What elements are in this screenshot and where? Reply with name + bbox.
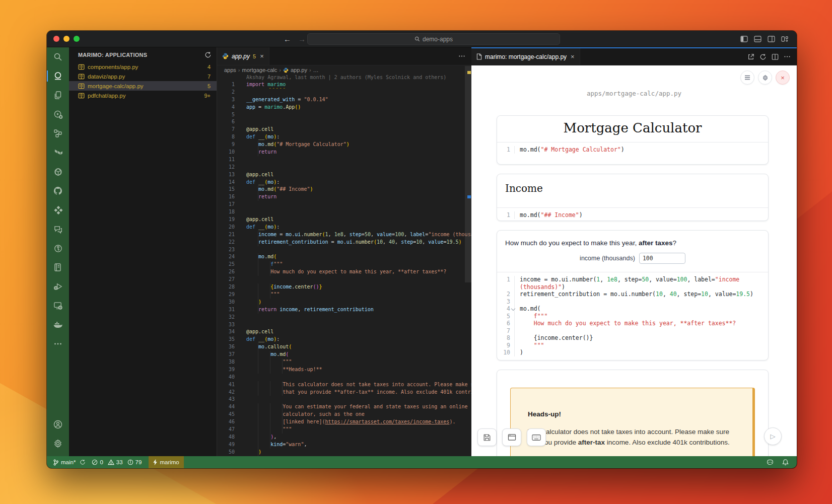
code-line[interactable]: 12 [217, 164, 471, 171]
code-line[interactable]: 17 [217, 201, 471, 208]
code-line[interactable]: 22retirement_contribution = mo.ui.number… [217, 239, 471, 246]
code-line[interactable]: 50) [217, 449, 471, 456]
code-line[interactable]: 1import marimo [217, 81, 471, 89]
github-icon[interactable] [47, 181, 69, 200]
code-line[interactable]: 37mo.md( [217, 351, 471, 358]
tab-close-icon[interactable]: × [260, 52, 264, 60]
breadcrumb-item[interactable]: … [313, 67, 319, 73]
sidebar-file-item[interactable]: mortgage-calc/app.py5 [69, 81, 217, 91]
code-line[interactable]: 21income = mo.ui.number(1, 1e8, step=50,… [217, 231, 471, 239]
refresh-icon[interactable] [204, 51, 212, 58]
marimo-view-icon[interactable] [47, 66, 69, 86]
copilot-status-item[interactable] [763, 459, 777, 466]
code-line[interactable]: 27 [217, 276, 471, 283]
docker-icon[interactable] [47, 315, 69, 334]
copy-pages-icon[interactable] [47, 86, 69, 105]
cell-code[interactable]: 1income = mo.ui.number(1, 1e8, step=50, … [497, 272, 768, 360]
code-line[interactable]: 8def __(mo): [217, 133, 471, 141]
code-line[interactable]: 23 [217, 246, 471, 254]
code-line[interactable]: 36mo.callout( [217, 343, 471, 351]
code-line[interactable]: 6 [217, 118, 471, 126]
code-line[interactable]: 11 [217, 156, 471, 164]
problems-item[interactable]: 0 33 79 [89, 456, 145, 468]
toggle-secondary-sidebar-icon[interactable] [768, 36, 775, 42]
breadcrumb[interactable]: apps›mortgage-calc›app.py›… [217, 65, 471, 75]
sphere-icon[interactable] [47, 162, 69, 181]
pipelines-icon[interactable] [47, 200, 69, 220]
code-line[interactable]: 41This calculator does not take taxes in… [217, 381, 471, 389]
code-line[interactable]: 48), [217, 434, 471, 441]
breadcrumb-item[interactable]: mortgage-calc [242, 67, 278, 73]
code-line[interactable]: 3__generated_with = "0.0.14" [217, 96, 471, 104]
code-line[interactable]: 49kind="warn", [217, 441, 471, 449]
code-line[interactable]: 4app = marimo.App() [217, 104, 471, 111]
history-back-icon[interactable]: ← [284, 35, 291, 43]
code-line[interactable]: 19@app.cell [217, 216, 471, 224]
tab-marimo-preview[interactable]: marimo: mortgage-calc/app.py × [471, 48, 580, 65]
code-line[interactable]: 31return income, retirement_contribution [217, 306, 471, 314]
close-window-button[interactable] [53, 36, 59, 42]
history-forward-icon[interactable]: → [298, 35, 306, 43]
run-cell-button[interactable]: ▷ [764, 427, 782, 445]
open-external-icon[interactable] [747, 53, 754, 60]
code-line[interactable]: 26How much do you expect to make this ye… [217, 268, 471, 276]
zoom-window-button[interactable] [74, 36, 80, 42]
cell-code[interactable]: 1mo.md("## Income") [497, 207, 768, 221]
open-window-button[interactable] [502, 428, 521, 446]
code-line[interactable]: 24mo.md( [217, 253, 471, 261]
income-number-input[interactable] [639, 253, 685, 264]
webview-settings-button[interactable] [758, 70, 772, 85]
code-line[interactable]: 13@app.cell [217, 171, 471, 179]
notebook-icon[interactable] [47, 258, 69, 277]
breadcrumb-item[interactable]: apps [224, 67, 236, 73]
more-views-icon[interactable] [47, 334, 69, 353]
code-line[interactable]: 25f""" [217, 261, 471, 268]
code-line[interactable]: 28{income.center()} [217, 283, 471, 291]
code-line[interactable]: 32 [217, 314, 471, 321]
code-line[interactable]: 33 [217, 321, 471, 329]
toggle-panel-icon[interactable] [754, 36, 761, 42]
code-line[interactable]: 42that you provide **after-tax** income.… [217, 389, 471, 396]
code-line[interactable]: 46[linked here](https://smartasset.com/t… [217, 418, 471, 426]
code-line[interactable]: 5 [217, 111, 471, 119]
minimize-window-button[interactable] [63, 36, 70, 42]
git-branch-item[interactable]: main* [50, 456, 89, 468]
customize-layout-icon[interactable] [781, 36, 789, 42]
code-line[interactable]: 15mo.md("## Income") [217, 186, 471, 193]
run-status-icon[interactable] [47, 105, 69, 124]
code-line[interactable]: 18 [217, 208, 471, 216]
command-center-search[interactable]: demo-apps [307, 33, 560, 45]
code-line[interactable]: 14def __(mo): [217, 179, 471, 186]
cell-code[interactable]: 1mo.md("# Mortgage Calculator") [497, 142, 768, 157]
sidebar-file-item[interactable]: components/app.py4 [69, 62, 217, 71]
code-line[interactable]: 47""" [217, 426, 471, 434]
notifications-item[interactable] [779, 459, 792, 466]
code-line[interactable]: 45calculator, such as the one [217, 411, 471, 418]
settings-gear-icon[interactable] [47, 434, 69, 453]
code-line[interactable]: 43 [217, 396, 471, 403]
tab-close-icon[interactable]: × [571, 53, 575, 60]
toggle-primary-sidebar-icon[interactable] [740, 36, 748, 42]
sidebar-file-item[interactable]: dataviz/app.py7 [69, 71, 217, 81]
terraform-icon[interactable] [47, 143, 69, 162]
code-editor[interactable]: 1import marimo23__generated_with = "0.0.… [217, 81, 471, 456]
code-line[interactable]: 40 [217, 374, 471, 381]
editor-more-actions-icon[interactable] [458, 55, 465, 57]
code-line[interactable]: 7@app.cell [217, 126, 471, 133]
code-line[interactable]: 30) [217, 299, 471, 306]
sidebar-file-item[interactable]: pdfchat/app.py9+ [69, 91, 217, 100]
comments-icon[interactable] [47, 220, 69, 239]
code-line[interactable]: 38""" [217, 358, 471, 366]
breadcrumb-item[interactable]: app.py [291, 67, 307, 73]
code-line[interactable]: 16return [217, 193, 471, 201]
split-editor-icon[interactable] [772, 53, 779, 60]
search-view-icon[interactable] [47, 47, 69, 66]
webview-menu-button[interactable] [740, 70, 754, 85]
code-line[interactable]: 44You can estimate your federal and stat… [217, 403, 471, 411]
tab-app-py[interactable]: app.py 5 × [217, 47, 269, 65]
code-line[interactable]: 10return [217, 149, 471, 156]
webview-shutdown-button[interactable]: × [776, 70, 790, 85]
code-line[interactable]: 29""" [217, 291, 471, 299]
save-button[interactable] [477, 428, 497, 446]
marimo-status-item[interactable]: marimo [149, 456, 183, 468]
